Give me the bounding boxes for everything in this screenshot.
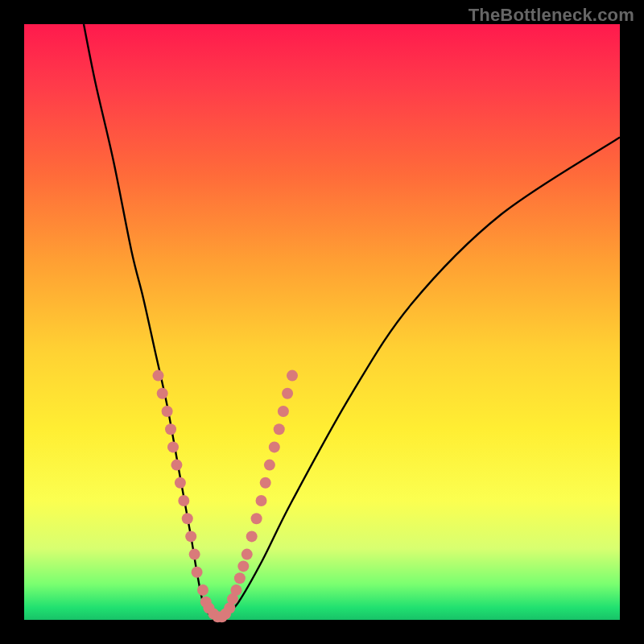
marker-dot bbox=[251, 513, 262, 524]
marker-dot bbox=[260, 477, 271, 489]
curve-svg bbox=[24, 24, 620, 620]
bottleneck-curve bbox=[84, 24, 620, 621]
marker-dot bbox=[197, 584, 208, 596]
markers-left bbox=[153, 370, 224, 623]
plot-area bbox=[24, 24, 620, 620]
marker-dot bbox=[157, 388, 168, 399]
marker-dot bbox=[171, 460, 182, 471]
watermark-text: TheBottleneck.com bbox=[469, 5, 634, 26]
marker-dot bbox=[189, 549, 200, 560]
marker-dot bbox=[237, 560, 249, 572]
markers-right bbox=[217, 370, 298, 623]
marker-dot bbox=[278, 406, 289, 417]
marker-dot bbox=[287, 370, 298, 382]
marker-dot bbox=[242, 549, 253, 560]
marker-dot bbox=[246, 530, 258, 542]
marker-dot bbox=[165, 423, 176, 435]
marker-dot bbox=[185, 530, 196, 542]
marker-dot bbox=[256, 495, 267, 506]
marker-dot bbox=[282, 388, 293, 399]
chart-frame: TheBottleneck.com bbox=[0, 0, 644, 644]
marker-dot bbox=[234, 572, 246, 584]
marker-dot bbox=[192, 567, 203, 578]
marker-dot bbox=[230, 584, 242, 596]
marker-dot bbox=[182, 513, 193, 524]
marker-dot bbox=[162, 406, 173, 417]
marker-dot bbox=[175, 477, 186, 489]
marker-dot bbox=[153, 370, 164, 382]
marker-dot bbox=[178, 495, 189, 506]
marker-dot bbox=[274, 423, 285, 435]
marker-dot bbox=[264, 460, 275, 471]
marker-dot bbox=[269, 441, 280, 452]
marker-dot bbox=[167, 441, 179, 452]
